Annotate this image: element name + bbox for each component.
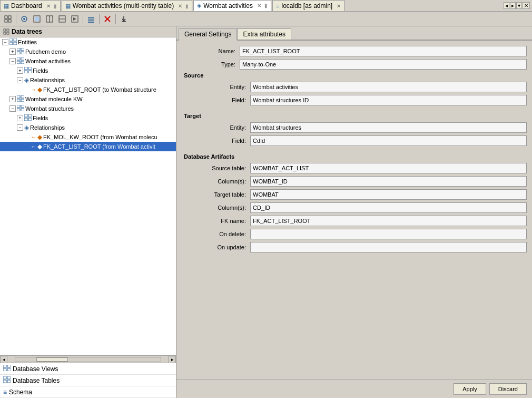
toolbar-btn6[interactable] [85, 13, 97, 25]
toolbar-delete-btn[interactable] [102, 13, 113, 25]
columns2-input[interactable] [250, 202, 527, 213]
scrollbar-track[interactable] [15, 357, 161, 362]
wombat-act-expander[interactable]: − [9, 58, 16, 64]
form-row-target-field: Field: [192, 135, 527, 146]
form-row-on-update: On update: [192, 242, 527, 253]
on-delete-label: On delete: [192, 231, 250, 237]
nav-schema[interactable]: ≡ Schema [0, 386, 176, 398]
scroll-left-arrow[interactable]: ◂ [0, 356, 7, 363]
tree-node-fk-act[interactable]: → ◆ FK_ACT_LIST_ROOT (to Wombat structur… [0, 85, 176, 94]
tree-node-fk-mol[interactable]: ← ◆ FK_MOL_KW_ROOT (from Wombat molecu [0, 132, 176, 142]
toolbar-btn5[interactable] [69, 13, 81, 25]
pubchem-expander[interactable]: + [9, 48, 16, 55]
on-delete-input[interactable] [250, 229, 527, 239]
toolbar-btn2[interactable] [31, 13, 43, 25]
toolbar-down-btn[interactable] [118, 13, 130, 25]
tab-localdb-close[interactable]: ✕ [337, 3, 341, 9]
fk-act2-label: FK_ACT_LIST_ROOT (from Wombat activit [43, 143, 155, 150]
target-field-input[interactable] [250, 135, 527, 146]
dashboard-icon: ▦ [4, 3, 9, 9]
tab-scroll-left[interactable]: ◂ [504, 2, 509, 9]
tab-wombat-close[interactable]: ✕ [257, 3, 261, 8]
columns1-input[interactable] [250, 176, 527, 187]
rel2-expander[interactable]: − [17, 124, 23, 131]
schema-icon: ≡ [3, 389, 7, 396]
svg-rect-51 [24, 118, 27, 121]
form-row-source-table: Source table: [192, 163, 527, 173]
tab-wombat-activities[interactable]: ◈ Wombat activities ✕ ▮ [193, 0, 271, 11]
form-row-name: Name: [182, 46, 527, 56]
svg-rect-46 [21, 105, 24, 108]
target-title: Target [182, 113, 527, 119]
target-table-input[interactable] [250, 189, 527, 200]
discard-button[interactable]: Discard [489, 383, 527, 395]
svg-rect-2 [5, 20, 7, 22]
tab-dashboard[interactable]: ▦ Dashboard ✕ ▮ [0, 0, 61, 11]
form-row-columns1: Column(s): [192, 176, 527, 187]
svg-marker-13 [73, 17, 76, 21]
nav-db-views[interactable]: Database Views [0, 363, 176, 375]
toolbar-btn1[interactable] [18, 13, 30, 25]
svg-rect-36 [21, 61, 24, 64]
scroll-right-arrow[interactable]: ▸ [169, 356, 176, 363]
svg-rect-23 [4, 32, 6, 34]
tab-scroll-right[interactable]: ▸ [510, 2, 516, 9]
source-entity-label: Entity: [192, 84, 250, 90]
scrollbar-thumb[interactable] [36, 357, 68, 362]
tree-node-entities[interactable]: − Entities [0, 37, 176, 47]
rel1-label: Relationships [30, 77, 65, 83]
fields2-expander[interactable]: + [17, 115, 23, 121]
apply-button[interactable]: Apply [454, 383, 486, 395]
svg-rect-35 [17, 61, 20, 64]
db-views-icon [3, 365, 11, 373]
wombat-struct-expander[interactable]: − [9, 105, 16, 112]
source-field-input[interactable] [250, 95, 527, 105]
rel1-expander[interactable]: − [17, 77, 23, 83]
tree-node-pubchem[interactable]: + Pubchem demo [0, 47, 176, 56]
tab-close-all[interactable]: ✕ [523, 2, 530, 9]
svg-rect-47 [17, 109, 20, 111]
right-content: Name: Type: Source Entity: Field: [176, 41, 532, 380]
wombat-struct-label: Wombat structures [25, 105, 74, 112]
toolbar-btn4[interactable] [56, 13, 68, 25]
tab-dashboard-close[interactable]: ✕ [46, 3, 51, 9]
source-table-input[interactable] [250, 163, 527, 173]
wombat-mol-label: Wombat molecule KW [25, 96, 83, 102]
name-input[interactable] [240, 46, 527, 56]
tab-general-settings[interactable]: General Settings [179, 28, 237, 41]
target-entity-label: Entity: [192, 124, 250, 131]
tree-node-wombat-struct[interactable]: − Wombat structures [0, 104, 176, 113]
form-row-target-table: Target table: [192, 189, 527, 200]
fk-name-input[interactable] [250, 216, 527, 226]
tree-node-relationships1[interactable]: − ◈ Relationships [0, 75, 176, 85]
svg-rect-29 [17, 48, 20, 51]
tab-localdb[interactable]: ≡ localdb [as admin] ✕ [272, 0, 344, 11]
tab-multi-entity[interactable]: ▦ Wombat activities (multi-entity table)… [62, 0, 193, 11]
fields1-expander[interactable]: + [17, 67, 23, 74]
toolbar-btn3[interactable] [44, 13, 55, 25]
svg-rect-26 [14, 38, 17, 41]
tab-multi-entity-close[interactable]: ✕ [178, 3, 182, 9]
tree-node-fields2[interactable]: + Fields [0, 113, 176, 123]
h-scrollbar[interactable]: ◂ ▸ [0, 355, 176, 363]
tree-node-wombat-mol[interactable]: + Wombat molecule KW [0, 94, 176, 104]
tree-node-fk-act2[interactable]: ← ◆ FK_ACT_LIST_ROOT (from Wombat activi… [0, 142, 176, 151]
tab-menu[interactable]: ▾ [516, 2, 522, 9]
svg-rect-30 [21, 48, 24, 51]
target-entity-input[interactable] [250, 122, 527, 133]
entities-expander[interactable]: − [2, 39, 8, 45]
type-input[interactable] [240, 59, 527, 70]
toolbar-grid-btn[interactable] [2, 13, 14, 25]
tab-extra-attributes[interactable]: Extra attributes [237, 28, 291, 40]
fk-act-label: FK_ACT_LIST_ROOT (to Wombat structure [43, 86, 156, 93]
tree-node-fields1[interactable]: + Fields [0, 66, 176, 75]
wombat-mol-expander[interactable]: + [9, 96, 16, 102]
tree-node-wombat-act[interactable]: − Wombat activities [0, 56, 176, 66]
tree-node-relationships2[interactable]: − ◈ Relationships [0, 123, 176, 132]
name-label: Name: [182, 48, 240, 54]
on-update-input[interactable] [250, 242, 527, 253]
tree-area[interactable]: − Entities + Pubchem demo − [0, 37, 176, 355]
nav-db-tables[interactable]: Database Tables [0, 375, 176, 386]
source-entity-input[interactable] [250, 82, 527, 92]
svg-rect-60 [7, 380, 11, 383]
